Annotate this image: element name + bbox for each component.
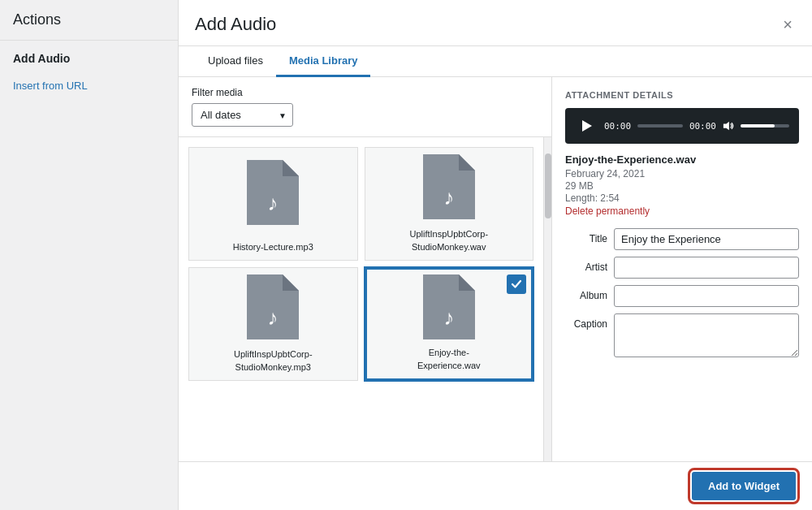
svg-text:♪: ♪ — [443, 185, 454, 210]
form-label-title: Title — [565, 228, 614, 244]
svg-marker-4 — [459, 154, 475, 171]
delete-permanently-link[interactable]: Delete permanently — [565, 205, 650, 217]
sidebar-add-audio-label: Add Audio — [0, 41, 178, 76]
filter-bar: Filter media All dates January 2021 Febr… — [179, 77, 551, 137]
svg-marker-12 — [582, 120, 592, 132]
media-grid: ♪ History-Lecture.mp3 — [188, 147, 533, 381]
form-label-artist: Artist — [565, 257, 614, 273]
svg-text:♪: ♪ — [443, 305, 454, 330]
checkmark-icon — [511, 279, 522, 290]
form-input-title[interactable] — [614, 228, 799, 250]
speaker-icon — [723, 120, 734, 132]
sidebar-insert-url-link[interactable]: Insert from URL — [0, 76, 178, 95]
volume-icon — [723, 120, 734, 132]
play-button[interactable] — [575, 115, 598, 137]
audio-file-icon-3: ♪ — [247, 274, 299, 339]
sidebar: Actions Add Audio Insert from URL — [0, 0, 179, 510]
form-row-caption: Caption — [565, 313, 799, 357]
media-item-1-label: History-Lecture.mp3 — [228, 238, 318, 253]
file-date: February 24, 2021 — [565, 168, 799, 179]
audio-progress-bar[interactable] — [637, 124, 683, 128]
media-grid-wrap: ♪ History-Lecture.mp3 — [179, 137, 551, 461]
svg-marker-10 — [459, 274, 475, 291]
time-total: 00:00 — [689, 121, 716, 132]
media-item-enjoy-experience[interactable]: ♪ Enjoy-the-Experience.wav — [365, 267, 534, 381]
form-row-artist: Artist — [565, 257, 799, 279]
form-row-title: Title — [565, 228, 799, 250]
modal: Add Audio × Upload files Media Library F… — [179, 0, 812, 510]
sidebar-actions-header: Actions — [0, 0, 178, 41]
volume-bar[interactable] — [741, 124, 789, 128]
filter-label: Filter media — [192, 87, 538, 98]
audio-player: 00:00 00:00 — [565, 108, 799, 144]
media-area: Filter media All dates January 2021 Febr… — [179, 77, 552, 461]
form-input-album[interactable] — [614, 285, 799, 307]
tab-media-library[interactable]: Media Library — [276, 46, 371, 77]
media-item-2-label: UpliftInspUpbtCorp-StudioMonkey.wav — [404, 225, 493, 253]
scrollbar[interactable] — [543, 137, 551, 461]
svg-marker-1 — [283, 160, 299, 176]
media-icon-2: ♪ — [365, 148, 533, 225]
svg-marker-7 — [283, 274, 299, 291]
form-input-artist[interactable] — [614, 257, 799, 279]
modal-title: Add Audio — [195, 14, 276, 35]
media-item-upliftstudio-mp3[interactable]: ♪ UpliftInspUpbtCorp-StudioMonkey.mp3 — [188, 267, 358, 381]
modal-body: Filter media All dates January 2021 Febr… — [179, 77, 812, 461]
audio-file-icon-2: ♪ — [423, 154, 475, 219]
form-label-caption: Caption — [565, 313, 614, 330]
media-item-4-label: Enjoy-the-Experience.wav — [412, 344, 486, 372]
media-item-history-lecture[interactable]: ♪ History-Lecture.mp3 — [188, 147, 358, 261]
media-item-upliftstudio-wav[interactable]: ♪ UpliftInspUpbtCorp-StudioMonkey.wav — [365, 147, 534, 261]
modal-close-button[interactable]: × — [780, 13, 796, 36]
audio-file-icon-1: ♪ — [247, 160, 299, 225]
svg-marker-13 — [723, 122, 729, 131]
volume-fill — [741, 124, 775, 128]
time-current: 00:00 — [604, 121, 631, 132]
modal-header: Add Audio × — [179, 0, 812, 46]
play-icon — [580, 119, 593, 132]
file-length: Length: 2:54 — [565, 192, 799, 204]
attachment-details-panel: ATTACHMENT DETAILS 00:00 00:00 — [552, 77, 812, 461]
tabs-bar: Upload files Media Library — [179, 46, 812, 77]
filter-select[interactable]: All dates January 2021 February 2021 Mar… — [192, 103, 293, 127]
media-item-3-label: UpliftInspUpbtCorp-StudioMonkey.mp3 — [229, 345, 317, 374]
filter-select-wrap: All dates January 2021 February 2021 Mar… — [192, 103, 293, 127]
modal-footer: Add to Widget — [179, 461, 812, 510]
tab-upload-files[interactable]: Upload files — [195, 46, 276, 77]
media-grid-container[interactable]: ♪ History-Lecture.mp3 — [179, 137, 543, 461]
form-label-album: Album — [565, 285, 614, 301]
file-name: Enjoy-the-Experience.wav — [565, 153, 799, 166]
attachment-details-label: ATTACHMENT DETAILS — [565, 90, 799, 100]
add-to-widget-button[interactable]: Add to Widget — [692, 472, 796, 500]
audio-file-icon-4: ♪ — [423, 274, 475, 339]
svg-text:♪: ♪ — [268, 305, 279, 330]
file-size: 29 MB — [565, 180, 799, 192]
scrollbar-thumb[interactable] — [545, 153, 551, 218]
file-info: Enjoy-the-Experience.wav February 24, 20… — [565, 153, 799, 217]
media-icon-1: ♪ — [189, 148, 357, 238]
form-textarea-caption[interactable] — [614, 313, 799, 357]
media-icon-3: ♪ — [189, 268, 357, 345]
selected-checkmark — [507, 274, 526, 294]
form-row-album: Album — [565, 285, 799, 307]
outer-container: Actions Add Audio Insert from URL Add Au… — [0, 0, 812, 510]
svg-text:♪: ♪ — [268, 191, 279, 215]
